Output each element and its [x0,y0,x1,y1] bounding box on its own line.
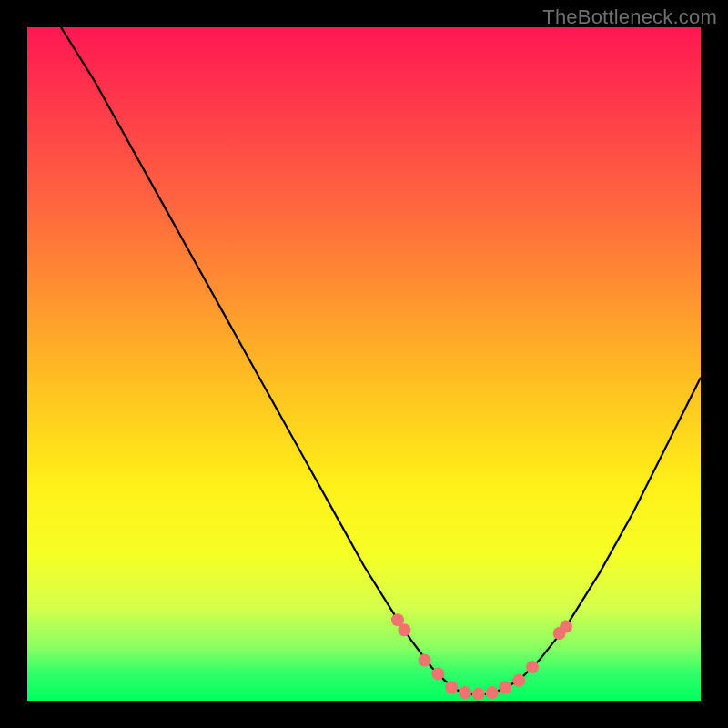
data-marker [459,686,471,699]
data-marker [560,621,572,633]
plot-area [27,27,701,701]
data-marker [419,654,431,667]
watermark-text: TheBottleneck.com [542,5,717,29]
data-marker [398,623,410,636]
data-marker [486,686,499,699]
data-marker [499,681,511,693]
data-marker [431,667,444,680]
marker-group [391,613,572,700]
data-marker [512,674,525,687]
data-marker [472,688,485,701]
curve-layer [27,27,701,701]
bottleneck-curve [61,27,701,694]
chart-frame: TheBottleneck.com [0,0,728,728]
data-marker [526,661,539,673]
data-marker [445,681,458,693]
